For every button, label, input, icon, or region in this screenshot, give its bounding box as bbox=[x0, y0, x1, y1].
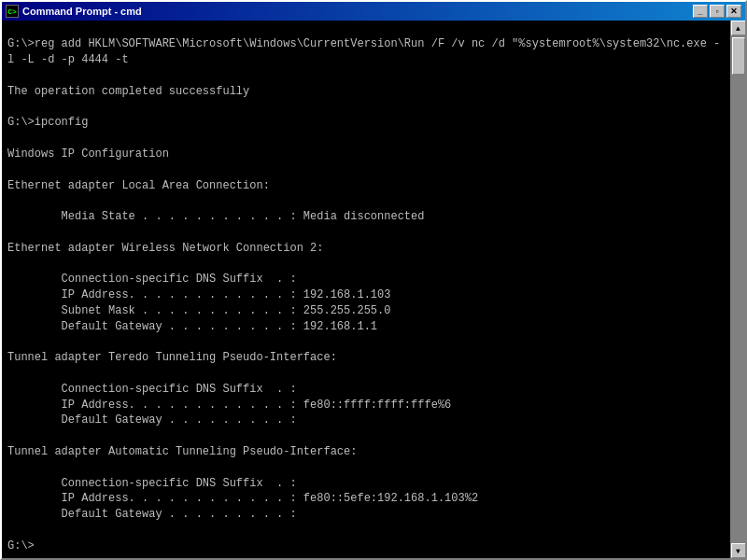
cmd-icon: C> bbox=[6, 5, 19, 18]
window-controls: _ ▫ ✕ bbox=[693, 5, 741, 18]
scroll-track[interactable] bbox=[731, 35, 746, 543]
title-bar-left: C> Command Prompt - cmd bbox=[6, 5, 142, 18]
window-title: Command Prompt - cmd bbox=[22, 6, 142, 17]
scrollbar[interactable]: ▲ ▼ bbox=[730, 21, 745, 558]
cmd-window: C> Command Prompt - cmd _ ▫ ✕ Microsoft … bbox=[0, 0, 747, 560]
close-button[interactable]: ✕ bbox=[726, 5, 741, 18]
content-area: Microsoft Windows XP [Version 5.1.2600] … bbox=[2, 21, 745, 558]
title-bar: C> Command Prompt - cmd _ ▫ ✕ bbox=[2, 2, 745, 21]
restore-button[interactable]: ▫ bbox=[710, 5, 725, 18]
scroll-thumb[interactable] bbox=[732, 37, 745, 75]
scroll-up-button[interactable]: ▲ bbox=[731, 21, 746, 35]
minimize-button[interactable]: _ bbox=[693, 5, 708, 18]
scroll-down-button[interactable]: ▼ bbox=[731, 543, 746, 558]
terminal-output[interactable]: Microsoft Windows XP [Version 5.1.2600] … bbox=[2, 21, 730, 558]
